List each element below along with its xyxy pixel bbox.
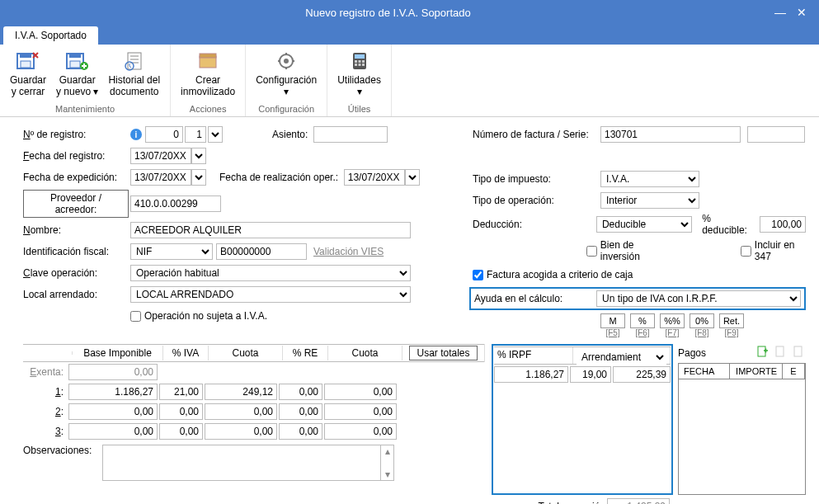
key-ret-button[interactable]: Ret. xyxy=(719,313,744,328)
asiento-input xyxy=(313,126,388,143)
grid-row-1: 1: xyxy=(23,382,485,402)
svg-rect-23 xyxy=(358,60,360,63)
deduccion-label: Deducción: xyxy=(473,219,596,230)
fechaexp-dropdown[interactable] xyxy=(191,169,206,186)
r2-cuota[interactable] xyxy=(205,403,277,420)
key-m-button[interactable]: M xyxy=(600,313,625,328)
r3-iva[interactable] xyxy=(159,423,203,440)
ayuda-select[interactable]: Un tipo de IVA con I.R.P.F. xyxy=(596,290,801,307)
obs-up-icon[interactable]: ▴ xyxy=(385,445,390,457)
r2-iva[interactable] xyxy=(159,403,203,420)
r1-iva[interactable] xyxy=(159,384,203,400)
ribbon-crear-inmovilizado[interactable]: Crear inmovilizado xyxy=(176,48,240,100)
irpf-pct-input[interactable] xyxy=(570,366,611,383)
chevron-down-icon: ▾ xyxy=(284,86,289,97)
ribbon-group-config: Configuración ▾ Configuración xyxy=(246,45,327,116)
r1-bi[interactable] xyxy=(68,384,158,400)
deduccion-select[interactable]: Deducible xyxy=(596,216,692,233)
svg-rect-26 xyxy=(358,64,360,66)
nombre-input[interactable] xyxy=(130,222,411,238)
nombre-label: Nombre: xyxy=(23,224,130,236)
fechaexp-label: Fecha de expedición: xyxy=(23,172,130,183)
r1-cuota[interactable] xyxy=(205,384,277,400)
nregistro-a-input[interactable] xyxy=(145,126,183,143)
ribbon-guardar-cerrar[interactable]: Guardar y cerrar xyxy=(5,48,51,100)
pctded-input[interactable] xyxy=(760,216,806,233)
r2-cuota2[interactable] xyxy=(324,403,397,420)
calc-icon xyxy=(346,49,373,73)
idfiscal-tipo-select[interactable]: NIF xyxy=(130,243,213,260)
bieninv-checkbox[interactable]: Bien de inversión xyxy=(586,239,666,262)
r3-cuota2[interactable] xyxy=(324,423,397,440)
idfiscal-label: Identificación fiscal: xyxy=(23,246,130,257)
ribbon-utilidades[interactable]: Utilidades ▾ xyxy=(332,48,386,100)
nosujeta-checkbox[interactable]: Operación no sujeta a I.V.A. xyxy=(130,310,267,322)
ribbon-guardar-nuevo[interactable]: Guardar y nuevo ▾ xyxy=(51,48,103,100)
critcaja-checkbox[interactable]: Factura acogida a criterio de caja xyxy=(473,269,633,280)
fecharegistro-input[interactable] xyxy=(130,148,191,164)
tab-iva-soportado[interactable]: I.V.A. Soportado xyxy=(3,26,98,45)
obs-down-icon[interactable]: ▾ xyxy=(385,469,390,480)
irpf-base-input[interactable] xyxy=(494,366,568,383)
clave-select[interactable]: Operación habitual xyxy=(130,265,411,281)
svg-rect-25 xyxy=(355,64,357,66)
irpf-pct-header: % IRPF xyxy=(494,347,573,364)
fecharegistro-dropdown[interactable] xyxy=(191,148,206,164)
save-new-icon xyxy=(64,49,91,73)
svg-rect-27 xyxy=(362,64,365,66)
nregistro-dropdown[interactable] xyxy=(208,126,223,143)
r3-cuota[interactable] xyxy=(205,423,277,440)
r3-bi[interactable] xyxy=(68,423,158,440)
vies-link[interactable]: Validación VIES xyxy=(313,246,384,257)
chevron-down-icon: ▾ xyxy=(93,86,98,97)
r3-re[interactable] xyxy=(279,423,322,440)
svg-rect-28 xyxy=(758,346,765,356)
pagos-table[interactable]: FECHA IMPORTE E xyxy=(678,363,806,495)
pagos-add-icon[interactable] xyxy=(755,344,770,359)
usartotales-button[interactable]: Usar totales xyxy=(409,346,477,360)
r1-cuota2[interactable] xyxy=(324,384,397,400)
ayuda-label: Ayuda en el cálculo: xyxy=(474,293,596,304)
asiento-label: Asiento: xyxy=(272,129,308,140)
r2-re[interactable] xyxy=(279,403,322,420)
fechaexp-input[interactable] xyxy=(130,169,191,186)
key-0pct-button[interactable]: 0% xyxy=(690,313,714,328)
r2-bi[interactable] xyxy=(68,403,158,420)
incluir347-checkbox[interactable]: Incluir en 347 xyxy=(741,239,806,262)
fecharegistro-label: Fecha del registro: xyxy=(23,150,130,162)
chevron-down-icon: ▾ xyxy=(357,86,362,97)
local-label: Local arrendado: xyxy=(23,289,130,300)
ribbon-group-utiles: Utilidades ▾ Útiles xyxy=(327,45,392,116)
info-icon[interactable]: i xyxy=(130,129,142,140)
ribbon-historial[interactable]: Historial del documento xyxy=(103,48,165,100)
tipoimp-select[interactable]: I.V.A. xyxy=(600,171,699,187)
local-select[interactable]: LOCAL ARRENDADO xyxy=(130,286,411,303)
r1-re[interactable] xyxy=(279,384,322,400)
idfiscal-num-input[interactable] xyxy=(216,243,307,260)
irpf-ret-input[interactable] xyxy=(613,366,671,383)
ribbon: Guardar y cerrar Guardar y nuevo ▾ Histo… xyxy=(0,45,819,117)
svg-rect-1 xyxy=(20,54,31,58)
ribbon-configuracion[interactable]: Configuración ▾ xyxy=(251,48,322,100)
pagos-edit-icon[interactable] xyxy=(773,344,788,359)
save-close-icon xyxy=(15,49,41,73)
key-pct-button[interactable]: % xyxy=(630,313,655,328)
fechareal-input[interactable] xyxy=(344,169,405,186)
serie-input[interactable] xyxy=(747,126,805,143)
tab-row: I.V.A. Soportado xyxy=(0,25,819,45)
fechareal-dropdown[interactable] xyxy=(405,169,420,186)
proveedor-button[interactable]: Proveedor / acreedor: xyxy=(23,190,129,218)
tipoop-select[interactable]: Interior xyxy=(600,192,699,209)
svg-rect-13 xyxy=(200,54,216,58)
asset-icon xyxy=(195,49,221,73)
obs-textarea[interactable] xyxy=(102,445,381,481)
factura-input[interactable] xyxy=(600,126,741,143)
proveedor-input[interactable] xyxy=(130,195,221,212)
svg-rect-30 xyxy=(794,346,802,356)
nregistro-b-input[interactable] xyxy=(185,126,206,143)
key-pctpct-button[interactable]: %% xyxy=(660,313,685,328)
close-button[interactable]: ✕ xyxy=(791,6,812,19)
pagos-del-icon[interactable] xyxy=(791,344,806,359)
minimize-button[interactable]: — xyxy=(770,6,791,19)
irpf-tipo-select[interactable]: Arrendamient xyxy=(577,349,666,365)
